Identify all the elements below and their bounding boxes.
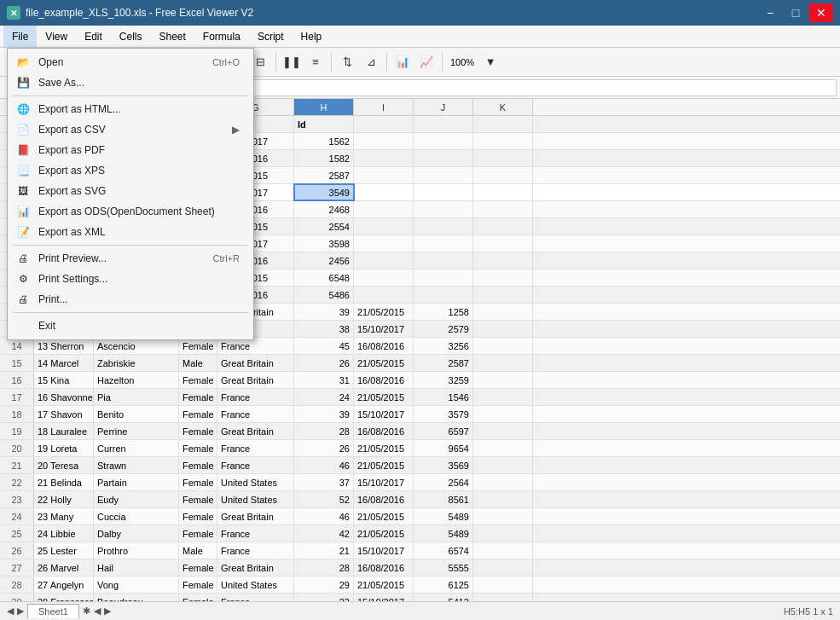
menu-file[interactable]: File: [3, 26, 37, 47]
cell-h7-selected[interactable]: 3549: [294, 184, 354, 200]
menu-print[interactable]: 🖨 Print...: [8, 289, 253, 310]
col-header-j[interactable]: J: [414, 99, 473, 115]
cell-k7[interactable]: [473, 184, 533, 200]
cell-g12b[interactable]: 21/05/2015: [354, 304, 414, 320]
status-left: ◀ ▶ Sheet1 ✱ ◀ ▶: [7, 604, 111, 618]
table-row: 18 17 Shavon Benito Female France 39 15/…: [0, 406, 840, 423]
cell-h10[interactable]: 3598: [294, 235, 354, 252]
export-xml-label: Export as XML: [38, 226, 106, 238]
toolbar-sep-5: [275, 53, 276, 72]
table-row: 15 14 Marcel Zabriskie Male Great Britai…: [0, 355, 840, 372]
menu-print-preview[interactable]: 🖨 Print Preview... Ctrl+R: [8, 248, 253, 269]
maximize-button[interactable]: □: [784, 3, 808, 22]
menu-view[interactable]: View: [37, 26, 76, 47]
cell-h8[interactable]: 2468: [294, 201, 354, 217]
minimize-button[interactable]: −: [758, 3, 782, 22]
menu-sheet[interactable]: Sheet: [151, 26, 194, 47]
export-csv-icon: 📄: [14, 123, 32, 136]
col-header-h[interactable]: H: [294, 99, 354, 115]
table-row: 27 26 Marvel Hail Female Great Britain 2…: [0, 559, 840, 577]
cell-i5[interactable]: [354, 150, 414, 166]
cell-k4[interactable]: [473, 133, 533, 149]
table-row: 21 20 Teresa Strawn Female France 46 21/…: [0, 457, 840, 474]
sheet-tab-1[interactable]: Sheet1: [27, 604, 79, 618]
exit-label: Exit: [38, 320, 55, 332]
cell-j4[interactable]: [414, 133, 473, 149]
cell-h12b[interactable]: 1258: [414, 304, 473, 320]
cell-f12b[interactable]: 39: [294, 304, 354, 320]
menu-help[interactable]: Help: [293, 26, 331, 47]
row-num: 21: [0, 457, 34, 473]
cell-h12[interactable]: 6548: [294, 269, 354, 286]
cell-j5[interactable]: [414, 150, 473, 166]
menu-exit[interactable]: Exit: [8, 316, 253, 336]
row-num: 15: [0, 355, 34, 371]
export-pdf-icon: 📕: [14, 143, 32, 157]
menu-export-xml[interactable]: 📝 Export as XML: [8, 222, 253, 242]
col-header-k[interactable]: K: [473, 99, 533, 115]
table-row: 23 22 Holly Eudy Female United States 52…: [0, 491, 840, 508]
status-scroll-left[interactable]: ◀: [94, 606, 101, 617]
nav-right-icon[interactable]: ▶: [17, 606, 24, 617]
toolbar-chart2[interactable]: 📈: [415, 51, 437, 73]
cell-h11[interactable]: 2456: [294, 252, 354, 269]
cell-k5[interactable]: [473, 150, 533, 166]
cell-h5[interactable]: 1582: [294, 150, 354, 166]
status-bar: ◀ ▶ Sheet1 ✱ ◀ ▶ H5:H5 1 x 1: [0, 601, 840, 620]
export-csv-label: Export as CSV: [38, 124, 106, 136]
menu-export-ods[interactable]: 📊 Export as ODS(OpenDocument Sheet): [8, 201, 253, 222]
menu-save-as[interactable]: 💾 Save As...: [8, 72, 253, 93]
cell-h13[interactable]: 5486: [294, 287, 354, 303]
toolbar-freeze2[interactable]: ≡: [304, 51, 327, 73]
header-id[interactable]: Id: [294, 116, 354, 132]
save-icon: 💾: [14, 76, 32, 90]
export-ods-icon: 📊: [14, 205, 32, 218]
cell-j6[interactable]: [414, 167, 473, 183]
save-as-label: Save As...: [38, 77, 84, 89]
menu-sep-1: [13, 96, 248, 96]
header-col-i[interactable]: [354, 116, 414, 132]
cell-h6[interactable]: 2587: [294, 167, 354, 183]
menu-export-pdf[interactable]: 📕 Export as PDF: [8, 140, 253, 160]
export-html-icon: 🌐: [14, 102, 32, 116]
cell-h4[interactable]: 1562: [294, 133, 354, 149]
menu-export-csv[interactable]: 📄 Export as CSV ▶: [8, 119, 253, 140]
print-settings-icon: ⚙: [14, 272, 32, 286]
menu-script[interactable]: Script: [249, 26, 293, 47]
toolbar-sort[interactable]: ⇅: [336, 51, 358, 73]
cell-i6[interactable]: [354, 167, 414, 183]
toolbar-freeze[interactable]: ❚❚: [281, 51, 303, 73]
cell-h9[interactable]: 2554: [294, 218, 354, 235]
toolbar-chart[interactable]: 📊: [391, 51, 414, 73]
menu-export-svg[interactable]: 🖼 Export as SVG: [8, 181, 253, 201]
menu-export-xps[interactable]: 📃 Export as XPS: [8, 160, 253, 181]
menu-edit[interactable]: Edit: [76, 26, 111, 47]
export-csv-arrow: ▶: [232, 124, 240, 136]
toolbar-filter[interactable]: ⊿: [360, 51, 382, 73]
row-num: 25: [0, 525, 34, 542]
col-header-i[interactable]: I: [354, 99, 414, 115]
row-num: 19: [0, 423, 34, 439]
close-button[interactable]: ✕: [809, 3, 833, 22]
row-num: 28: [0, 577, 34, 593]
header-col-k[interactable]: [473, 116, 533, 132]
header-col-j[interactable]: [414, 116, 473, 132]
export-svg-label: Export as SVG: [38, 185, 106, 197]
nav-left-icon[interactable]: ◀: [7, 606, 14, 617]
export-svg-icon: 🖼: [14, 184, 32, 198]
cell-i4[interactable]: [354, 133, 414, 149]
app-icon: ✕: [7, 6, 20, 20]
table-row: 22 21 Belinda Partain Female United Stat…: [0, 474, 840, 491]
status-asterisk: ✱: [83, 606, 90, 617]
cell-i7[interactable]: [354, 184, 414, 200]
cell-k6[interactable]: [473, 167, 533, 183]
menu-formula[interactable]: Formula: [194, 26, 249, 47]
status-scroll-right[interactable]: ▶: [104, 606, 111, 617]
menu-print-settings[interactable]: ⚙ Print Settings...: [8, 269, 253, 289]
row-num: 23: [0, 491, 34, 507]
zoom-dropdown[interactable]: ▼: [479, 51, 501, 73]
menu-open[interactable]: 📂 Open Ctrl+O: [8, 52, 253, 72]
menu-export-html[interactable]: 🌐 Export as HTML...: [8, 99, 253, 119]
menu-cells[interactable]: Cells: [111, 26, 151, 47]
cell-j7[interactable]: [414, 184, 473, 200]
